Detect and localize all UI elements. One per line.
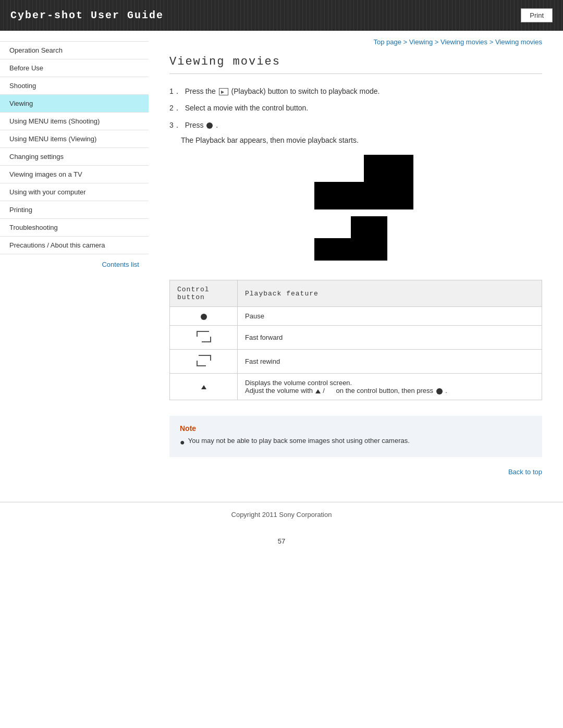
- page-header: Cyber-shot User Guide Print: [0, 0, 563, 31]
- breadcrumb-top[interactable]: Top page: [373, 38, 401, 46]
- sidebar-item-operation-search[interactable]: Operation Search: [0, 41, 149, 59]
- step-1-text-after: (Playback) button to switch to playback …: [231, 87, 380, 95]
- table-header-feature: Playback feature: [238, 280, 542, 307]
- volume-text-2: Adjust the volume with / on the control …: [245, 387, 447, 394]
- step-3-subtext: The Playback bar appears, then movie pla…: [181, 136, 542, 144]
- step-1-number: 1．: [169, 85, 181, 97]
- note-text-1: You may not be able to play back some im…: [188, 437, 410, 445]
- table-cell-fr-label: Fast rewind: [238, 350, 542, 374]
- volume-text-1: Displays the volume control screen.: [245, 379, 352, 387]
- sidebar-item-menu-shooting[interactable]: Using MENU items (Shooting): [0, 113, 149, 130]
- breadcrumb-viewing[interactable]: Viewing: [409, 38, 433, 46]
- page-title: Viewing movies: [169, 55, 542, 74]
- table-cell-ff-label: Fast forward: [238, 326, 542, 350]
- table-row-volume: Displays the volume control screen. Adju…: [170, 374, 542, 400]
- circle-icon: [206, 122, 213, 129]
- sidebar-item-precautions[interactable]: Precautions / About this camera: [0, 237, 149, 254]
- step-2-number: 2．: [169, 102, 181, 114]
- table-cell-pause: Pause: [238, 307, 542, 326]
- breadcrumb: Top page > Viewing > Viewing movies > Vi…: [169, 31, 542, 55]
- content-area: Top page > Viewing > Viewing movies > Vi…: [149, 31, 563, 502]
- sidebar-item-tv[interactable]: Viewing images on a TV: [0, 166, 149, 183]
- print-button[interactable]: Print: [521, 8, 553, 22]
- table-row-fr: Fast rewind: [170, 350, 542, 374]
- table-cell-circle: [170, 307, 238, 326]
- main-container: Operation Search Before Use Shooting Vie…: [0, 31, 563, 502]
- table-row-ff: Fast forward: [170, 326, 542, 350]
- step-3-text-after: .: [216, 121, 218, 129]
- sidebar-item-before-use[interactable]: Before Use: [0, 59, 149, 77]
- volume-triangle-icon: [201, 385, 206, 389]
- table-row-pause: Pause: [170, 307, 542, 326]
- sidebar-item-shooting[interactable]: Shooting: [0, 77, 149, 95]
- pause-circle-icon: [201, 314, 207, 320]
- sidebar-item-computer[interactable]: Using with your computer: [0, 183, 149, 201]
- back-to-top-link[interactable]: Back to top: [508, 468, 542, 476]
- table-header-control: Control button: [170, 280, 238, 307]
- table-cell-fr: [170, 350, 238, 374]
- note-box: Note ● You may not be able to play back …: [169, 416, 542, 456]
- table-cell-volume: [170, 374, 238, 400]
- breadcrumb-viewing-movies[interactable]: Viewing movies: [440, 38, 487, 46]
- fr-icon: [197, 355, 211, 366]
- screenshot-notch-1: [314, 155, 364, 182]
- step-3-number: 3．: [169, 119, 181, 131]
- note-bullet-icon: ●: [180, 437, 185, 448]
- triangle-up-inline: [315, 389, 321, 393]
- step-3-text-before: Press: [185, 121, 206, 129]
- back-to-top-container: Back to top: [169, 457, 542, 481]
- step-2-text: Select a movie with the control button.: [185, 104, 309, 112]
- note-item-1: ● You may not be able to play back some …: [180, 437, 532, 448]
- screenshot-notch-2: [314, 216, 351, 238]
- page-number: 57: [0, 527, 563, 556]
- sidebar-item-printing[interactable]: Printing: [0, 201, 149, 219]
- ff-icon: [197, 331, 211, 342]
- contents-list-link[interactable]: Contents list: [0, 254, 149, 275]
- playback-screenshot: [201, 155, 542, 269]
- table-cell-volume-label: Displays the volume control screen. Adju…: [238, 374, 542, 400]
- breadcrumb-current: Viewing movies: [495, 38, 542, 46]
- sidebar-item-troubleshooting[interactable]: Troubleshooting: [0, 219, 149, 237]
- step-1-text-before: Press the: [185, 87, 218, 95]
- vol-circle-icon: [436, 388, 443, 394]
- playback-icon: [219, 88, 228, 95]
- steps-list: 1． Press the (Playback) button to switch…: [169, 85, 542, 144]
- note-title: Note: [180, 424, 532, 433]
- copyright-text: Copyright 2011 Sony Corporation: [231, 511, 332, 519]
- sidebar: Operation Search Before Use Shooting Vie…: [0, 31, 149, 502]
- sidebar-item-viewing[interactable]: Viewing: [0, 95, 149, 113]
- table-cell-ff: [170, 326, 238, 350]
- sidebar-item-menu-viewing[interactable]: Using MENU items (Viewing): [0, 130, 149, 148]
- app-title: Cyber-shot User Guide: [10, 9, 164, 21]
- playback-table: Control button Playback feature Pause: [169, 280, 542, 400]
- screenshot-rect-1: [314, 155, 413, 209]
- sidebar-item-changing-settings[interactable]: Changing settings: [0, 148, 149, 166]
- step-3: 3． Press .: [169, 119, 542, 131]
- footer: Copyright 2011 Sony Corporation: [0, 502, 563, 527]
- step-2: 2． Select a movie with the control butto…: [169, 102, 542, 114]
- screenshot-rect-2: [314, 216, 387, 261]
- step-1: 1． Press the (Playback) button to switch…: [169, 85, 542, 97]
